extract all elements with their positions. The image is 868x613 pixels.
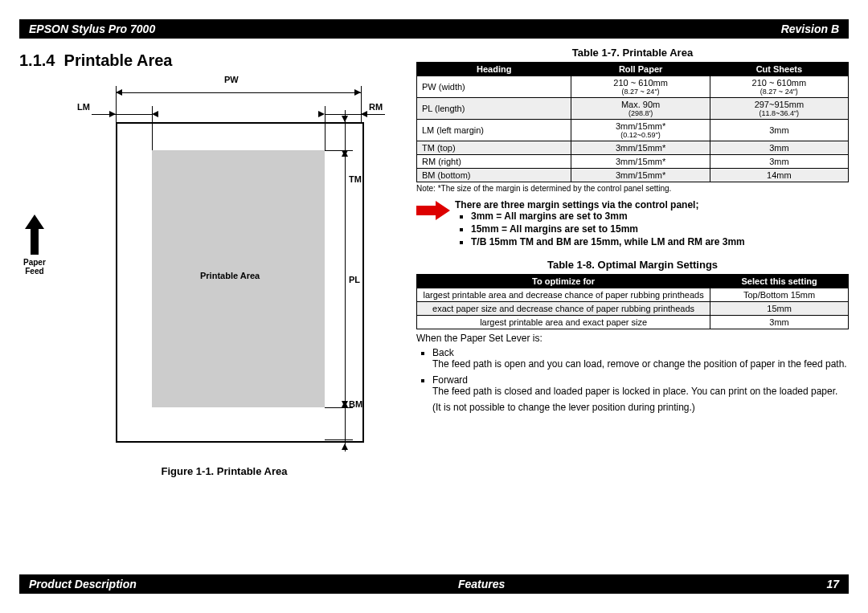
table-row: largest printable area and decrease chan…: [417, 288, 849, 302]
cell: 3mm/15mm*: [571, 141, 710, 155]
cell: 3mm/15mm*: [571, 155, 710, 169]
lever-intro: When the Paper Set Lever is:: [416, 333, 849, 344]
header-right: Revision B: [781, 22, 839, 35]
cell: 3mm/15mm*(0.12~0.59"): [571, 120, 710, 141]
lever-back-label: Back: [432, 347, 454, 358]
cell: largest printable area and exact paper s…: [417, 316, 710, 329]
cell: 14mm: [710, 169, 848, 182]
paper-feed-label: Paper Feed: [23, 215, 46, 276]
table7-h0: Heading: [417, 63, 571, 76]
cell: 3mm/15mm*: [571, 169, 710, 182]
cell: TM (top): [417, 141, 571, 155]
cell: 210 ~ 610mm(8.27 ~ 24"): [710, 76, 848, 98]
cell: PL (length): [417, 98, 571, 120]
section-title: 1.1.4 Printable Area: [19, 51, 397, 70]
table-row: LM (left margin)3mm/15mm*(0.12~0.59")3mm: [417, 120, 849, 141]
lever-forward-label: Forward: [432, 374, 468, 386]
paper-feed-text2: Feed: [25, 267, 43, 276]
table-optimal-margin: To optimize for Select this setting larg…: [416, 274, 849, 329]
table-row: largest printable area and exact paper s…: [417, 316, 849, 329]
footer-bar: Product Description Features 17: [19, 574, 849, 594]
pw-label: PW: [224, 75, 239, 84]
table7-h2: Cut Sheets: [710, 63, 848, 76]
table-row: exact paper size and decrease chance of …: [417, 302, 849, 316]
header-left: EPSON Stylus Pro 7000: [29, 22, 155, 35]
up-arrow-icon: [25, 215, 44, 255]
table7-h1: Roll Paper: [571, 63, 710, 76]
margin-b2: 15mm = All margins are set to 15mm: [471, 223, 849, 235]
red-arrow-icon: [416, 201, 450, 220]
lever-back-text: The feed path is open and you can load, …: [432, 358, 849, 370]
table7-caption: Table 1-7. Printable Area: [416, 47, 849, 59]
cell: 3mm: [710, 141, 848, 155]
cell: 15mm: [710, 302, 849, 316]
pl-label: PL: [349, 275, 360, 284]
margin-b3: T/B 15mm TM and BM are 15mm, while LM an…: [471, 236, 849, 247]
svg-marker-0: [25, 215, 44, 255]
footer-center: Features: [458, 578, 505, 591]
footer-left: Product Description: [29, 578, 137, 591]
tm-label: TM: [349, 174, 362, 184]
footer-right: 17: [826, 578, 839, 591]
cell: 3mm: [710, 120, 848, 141]
table-row: RM (right)3mm/15mm*3mm: [417, 155, 849, 169]
table8-h0: To optimize for: [417, 275, 710, 288]
cell: PW (width): [417, 76, 571, 98]
table-printable-area: Heading Roll Paper Cut Sheets PW (width)…: [416, 62, 849, 182]
table8-caption: Table 1-8. Optimal Margin Settings: [416, 259, 849, 271]
header-bar: EPSON Stylus Pro 7000 Revision B: [19, 19, 849, 39]
margin-intro: There are three margin settings via the …: [455, 199, 849, 210]
table-row: TM (top)3mm/15mm*3mm: [417, 141, 849, 155]
table-row: PL (length)Max. 90m(298.8')297~915mm(11.…: [417, 98, 849, 120]
lm-label: LM: [77, 102, 90, 112]
cell: LM (left margin): [417, 120, 571, 141]
lever-forward-text2: (It is not possible to change the lever …: [432, 402, 849, 413]
table8-h1: Select this setting: [710, 275, 849, 288]
cell: Max. 90m(298.8'): [571, 98, 710, 120]
lever-forward-text: The feed path is closed and loaded paper…: [432, 386, 849, 397]
printable-label: Printable Area: [200, 271, 260, 280]
cell: Top/Bottom 15mm: [710, 288, 849, 302]
cell: exact paper size and decrease chance of …: [417, 302, 710, 316]
rm-label: RM: [369, 102, 383, 112]
cell: largest printable area and decrease chan…: [417, 288, 710, 302]
section-title-text: Printable Area: [64, 51, 173, 69]
section-number: 1.1.4: [19, 51, 55, 69]
margin-b1: 3mm = All margins are set to 3mm: [471, 210, 849, 222]
paper-feed-text: Paper: [23, 258, 46, 267]
cell: BM (bottom): [417, 169, 571, 182]
table-row: BM (bottom)3mm/15mm*14mm: [417, 169, 849, 182]
cell: 210 ~ 610mm(8.27 ~ 24"): [571, 76, 710, 98]
cell: 3mm: [710, 155, 848, 169]
cell: 297~915mm(11.8~36.4"): [710, 98, 848, 120]
cell: 3mm: [710, 316, 849, 329]
table7-note: Note: *The size of the margin is determi…: [416, 184, 849, 193]
cell: RM (right): [417, 155, 571, 169]
printable-area-figure: PW LM RM Printable Area TM: [68, 78, 381, 456]
figure-caption: Figure 1-1. Printable Area: [68, 465, 381, 477]
table-row: PW (width)210 ~ 610mm(8.27 ~ 24")210 ~ 6…: [417, 76, 849, 98]
